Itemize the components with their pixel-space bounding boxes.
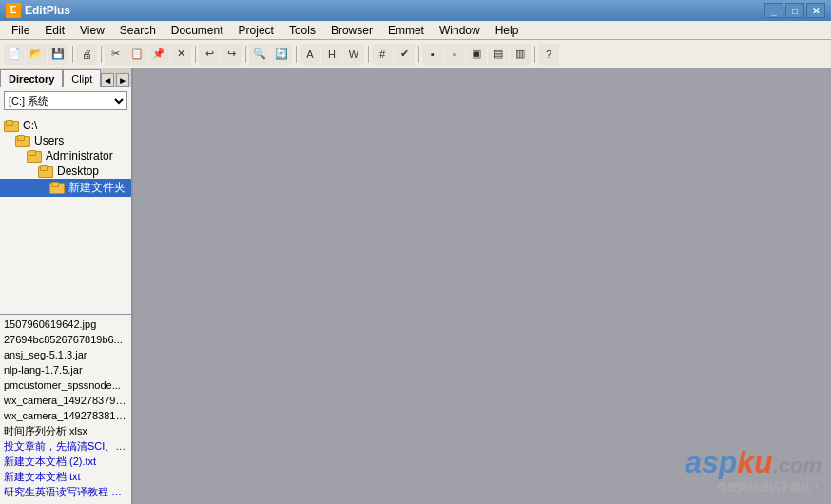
menu-item-view[interactable]: View — [72, 22, 112, 39]
toolbar-separator — [416, 44, 421, 65]
file-item: wx_camera_149278379C... — [4, 393, 127, 408]
toolbar-btn[interactable]: ▤ — [488, 44, 509, 65]
menu-item-emmet[interactable]: Emmet — [380, 22, 432, 39]
toolbar-btn[interactable]: ▪ — [422, 44, 443, 65]
toolbar-btn[interactable]: ✕ — [170, 44, 191, 65]
file-item: pmcustomer_spssnode... — [4, 378, 127, 393]
tree-item-label: Users — [34, 134, 64, 147]
toolbar-btn[interactable]: ▥ — [510, 44, 531, 65]
tree-item[interactable]: 新建文件夹 — [0, 179, 131, 197]
drive-select[interactable]: [C:] 系统[D:][E:] — [4, 91, 127, 110]
menu-item-project[interactable]: Project — [231, 22, 281, 39]
panel-tabs: Directory Clipt ◄ ► — [0, 68, 131, 87]
toolbar-btn[interactable]: A — [300, 44, 320, 65]
menu-item-edit[interactable]: Edit — [37, 22, 72, 39]
toolbar-btn[interactable]: 📋 — [126, 44, 147, 65]
tree-item-label: C:\ — [23, 119, 37, 132]
directory-tree[interactable]: C:\UsersAdministratorDesktop新建文件夹 — [0, 114, 131, 314]
file-item: ansj_seg-5.1.3.jar — [4, 347, 127, 362]
menu-item-help[interactable]: Help — [488, 22, 527, 39]
toolbar-btn[interactable]: ↩ — [199, 44, 220, 65]
menu-item-browser[interactable]: Browser — [323, 22, 380, 39]
file-item: 时间序列分析.xlsx — [4, 423, 127, 438]
title-bar: E EditPlus _ □ ✕ — [0, 0, 831, 21]
tree-item[interactable]: C:\ — [0, 118, 131, 133]
toolbar-separator — [293, 44, 299, 65]
watermark: aspku.com 免费网站源码下载站！ — [685, 445, 821, 494]
tab-next-button[interactable]: ► — [116, 73, 129, 87]
file-item: wx_camera_1492783817... — [4, 408, 127, 423]
file-item: 27694bc8526767819b6... — [4, 332, 127, 347]
folder-icon — [38, 165, 53, 178]
app-title: EditPlus — [25, 4, 70, 17]
watermark-logo: aspku.com — [685, 445, 821, 480]
toolbar-btn[interactable]: 💾 — [48, 44, 68, 65]
tree-item-label: Desktop — [57, 165, 99, 178]
toolbar-separator — [69, 44, 75, 65]
menu-item-file[interactable]: File — [4, 22, 37, 39]
tree-item-label: Administrator — [46, 149, 113, 163]
watermark-ku: ku — [737, 445, 772, 479]
minimize-button[interactable]: _ — [764, 3, 783, 18]
toolbar-separator — [242, 44, 248, 65]
toolbar-btn[interactable]: ↪ — [221, 44, 242, 65]
menu-item-search[interactable]: Search — [112, 22, 164, 39]
toolbar-btn[interactable]: ✂ — [105, 44, 126, 65]
file-item[interactable]: 新建文本文档.txt — [4, 469, 127, 484]
watermark-asp: asp — [685, 445, 737, 479]
content-area: aspku.com 免费网站源码下载站！ — [133, 68, 831, 504]
drive-selector[interactable]: [C:] 系统[D:][E:] — [4, 91, 127, 110]
tab-clipt[interactable]: Clipt — [63, 69, 101, 87]
window-controls: _ □ ✕ — [764, 3, 825, 18]
panel-tab-nav: ◄ ► — [101, 73, 131, 87]
close-button[interactable]: ✕ — [806, 3, 825, 18]
folder-icon — [4, 120, 19, 132]
menu-bar: FileEditViewSearchDocumentProjectToolsBr… — [0, 21, 831, 40]
toolbar-btn[interactable]: 🔍 — [249, 44, 270, 65]
file-item: 1507960619642.jpg — [4, 317, 127, 332]
toolbar-btn[interactable]: ▣ — [466, 44, 487, 65]
tree-item-label: 新建文件夹 — [68, 180, 126, 196]
folder-icon — [15, 135, 30, 147]
toolbar-btn[interactable]: ? — [538, 44, 559, 65]
watermark-com: .com — [773, 454, 821, 477]
toolbar-separator — [192, 44, 198, 65]
file-item: nlp-lang-1.7.5.jar — [4, 362, 127, 378]
tree-item[interactable]: Administrator — [0, 148, 131, 164]
tab-directory[interactable]: Directory — [0, 69, 63, 87]
app-icon: E — [6, 3, 21, 18]
file-item[interactable]: 研究生英语读写译教程 上... — [4, 484, 127, 499]
tree-item[interactable]: Users — [0, 133, 131, 148]
main-area: Directory Clipt ◄ ► [C:] 系统[D:][E:] C:\U… — [0, 68, 831, 504]
toolbar-btn[interactable]: 📂 — [26, 44, 47, 65]
folder-icon — [27, 150, 42, 163]
menu-item-tools[interactable]: Tools — [281, 22, 323, 39]
maximize-button[interactable]: □ — [785, 3, 804, 18]
file-item[interactable]: 新建文本文档 (2).txt — [4, 454, 127, 469]
toolbar-btn[interactable]: 📄 — [4, 44, 25, 65]
left-panel: Directory Clipt ◄ ► [C:] 系统[D:][E:] C:\U… — [0, 68, 133, 504]
toolbar-separator — [365, 44, 371, 65]
toolbar-btn[interactable]: 🖨 — [76, 44, 97, 65]
toolbar-btn[interactable]: W — [343, 44, 364, 65]
toolbar: 📄📂💾🖨✂📋📌✕↩↪🔍🔄AHW#✔▪▫▣▤▥? — [0, 40, 831, 68]
toolbar-btn[interactable]: ▫ — [444, 44, 465, 65]
toolbar-btn[interactable]: 🔄 — [271, 44, 292, 65]
toolbar-separator — [98, 44, 104, 65]
menu-item-document[interactable]: Document — [164, 22, 231, 39]
menu-item-window[interactable]: Window — [432, 22, 488, 39]
tree-item[interactable]: Desktop — [0, 164, 131, 179]
file-list: 1507960619642.jpg27694bc8526767819b6...a… — [0, 314, 131, 504]
toolbar-separator — [531, 44, 537, 65]
file-item[interactable]: 投文章前，先搞清SCI、EI... — [4, 438, 127, 454]
toolbar-btn[interactable]: # — [372, 44, 393, 65]
watermark-tagline: 免费网站源码下载站！ — [685, 480, 821, 494]
toolbar-btn[interactable]: ✔ — [394, 44, 415, 65]
tab-prev-button[interactable]: ◄ — [101, 73, 114, 87]
folder-icon — [49, 182, 65, 194]
toolbar-btn[interactable]: 📌 — [148, 44, 169, 65]
toolbar-btn[interactable]: H — [321, 44, 342, 65]
